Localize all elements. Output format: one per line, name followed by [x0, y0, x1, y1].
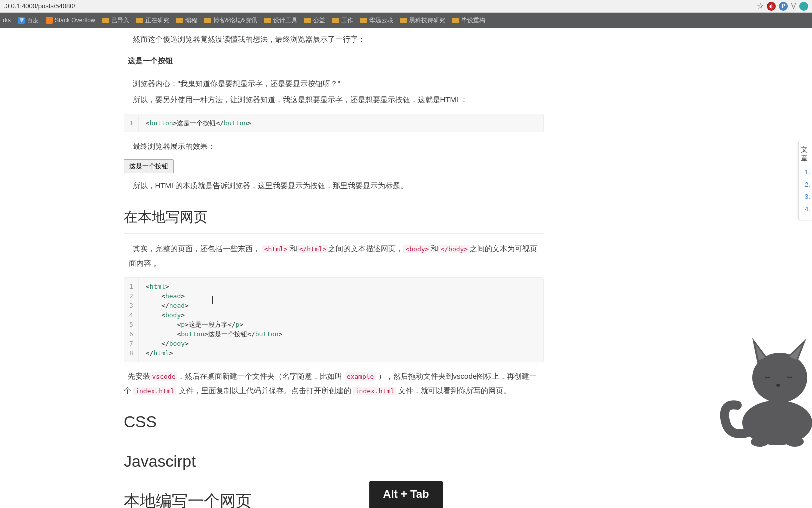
text-cursor-icon [212, 296, 213, 304]
svg-point-4 [786, 437, 804, 447]
bookmark-item[interactable]: 工作 [332, 16, 353, 25]
bookmark-item[interactable]: 度百度 [18, 16, 39, 25]
demo-button[interactable]: 这是一个按钮 [124, 160, 174, 174]
bookmark-item[interactable]: Stack Overflow [46, 17, 95, 24]
bookmarks-bar: rks 度百度 Stack Overflow 已导入 正在研究 编程 博客&论坛… [0, 13, 812, 28]
extension-icon-4[interactable] [799, 2, 808, 11]
star-icon[interactable]: ☆ [757, 2, 764, 11]
heading-local-write: 在本地写网页 [124, 204, 544, 234]
chrome-icons: ☆ ◐ P V [757, 2, 808, 11]
inline-code: <body> [403, 245, 431, 254]
article: 然而这个傻逼浏览器竟然没读懂我的想法，最终浏览器展示了一行字： 这是一个按钮 浏… [124, 28, 544, 508]
heading-js: Javascirpt [124, 446, 544, 477]
toc-title: 文章 [801, 146, 810, 164]
inline-code: example [345, 372, 376, 381]
code-block-1: 1 <button>这是一个按钮</button> [124, 114, 544, 132]
paragraph: 所以，要另外使用一种方法，让浏览器知道，我这是想要显示字，还是想要显示按钮，这就… [124, 93, 544, 108]
inline-code: </body> [438, 245, 470, 254]
paragraph: 然而这个傻逼浏览器竟然没读懂我的想法，最终浏览器展示了一行字： [124, 32, 544, 47]
bookmark-item[interactable]: 已导入 [102, 16, 129, 25]
inline-code: index.html [133, 387, 176, 396]
table-of-contents[interactable]: 文章 1. 2. 3. 4. [798, 141, 812, 220]
svg-point-0 [742, 400, 812, 446]
bookmark-item[interactable]: 公益 [304, 16, 325, 25]
bookmark-item[interactable]: 设计工具 [264, 16, 297, 25]
paragraph: 最终浏览器展示的效果： [124, 140, 544, 154]
inline-code: </html> [297, 245, 329, 254]
toc-item[interactable]: 3. [801, 191, 810, 204]
bookmark-item[interactable]: rks [3, 17, 11, 24]
bookmark-item[interactable]: 黑科技待研究 [400, 16, 445, 25]
extension-icon-1[interactable]: ◐ [767, 2, 776, 11]
svg-point-2 [776, 384, 780, 387]
toc-item[interactable]: 1. [801, 166, 810, 179]
bookmark-item[interactable]: 正在研究 [136, 16, 169, 25]
heading-local-build: 本地编写一个网页 [124, 486, 544, 508]
bookmark-item[interactable]: 华远云联 [360, 16, 393, 25]
inline-code: index.html [353, 387, 396, 396]
paragraph: 浏览器内心："我鬼知道你是要想显示字，还是要显示按钮呀？" [124, 77, 544, 92]
bookmark-item[interactable]: 毕设重构 [452, 16, 485, 25]
inline-code: <html> [262, 245, 290, 254]
keyboard-shortcut-overlay: Alt + Tab [369, 481, 443, 508]
browser-address-bar: .0.0.1:4000/posts/54080/ ☆ ◐ P V [0, 0, 812, 13]
bookmark-item[interactable]: 博客&论坛&资讯 [204, 16, 257, 25]
bookmark-item[interactable]: 编程 [176, 16, 197, 25]
extension-icon-3[interactable]: V [791, 2, 796, 11]
cat-mascot-icon [717, 318, 812, 448]
bold-text: 这是一个按钮 [128, 56, 173, 65]
paragraph: 所以，HTML的本质就是告诉浏览器，这里我要显示为按钮，那里我要显示为标题。 [124, 179, 544, 194]
toc-item[interactable]: 4. [801, 204, 810, 216]
extension-icon-2[interactable]: P [779, 2, 788, 11]
page-content: 然而这个傻逼浏览器竟然没读懂我的想法，最终浏览器展示了一行字： 这是一个按钮 浏… [0, 28, 812, 508]
code-block-2: 12345678 <html> <head> </head> <body> <p… [124, 278, 544, 362]
inline-code: vscode [150, 372, 178, 381]
url-text[interactable]: .0.0.1:4000/posts/54080/ [4, 2, 757, 10]
heading-css: CSS [124, 407, 544, 438]
paragraph: 其实，完整的页面，还包括一些东西， <html>和</html>之间的文本描述网… [124, 242, 544, 270]
paragraph: 先安装vscode，然后在桌面新建一个文件夹（名字随意，比如叫 example … [124, 370, 544, 398]
svg-point-3 [751, 437, 769, 447]
toc-item[interactable]: 2. [801, 179, 810, 192]
